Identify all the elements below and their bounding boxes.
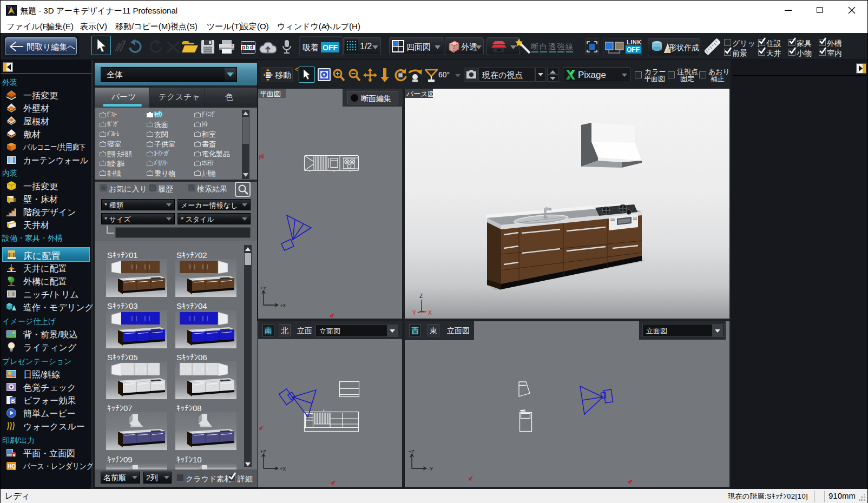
svg-text:+X: +X bbox=[280, 303, 286, 308]
svg-text:+Z: +Z bbox=[260, 449, 266, 454]
svg-text:-Y: -Y bbox=[428, 466, 433, 472]
svg-text:X: X bbox=[428, 310, 432, 316]
svg-text:Z: Z bbox=[419, 293, 423, 299]
svg-text:HQ: HQ bbox=[8, 464, 16, 469]
svg-text:+Z: +Z bbox=[409, 449, 415, 454]
svg-text:d: d bbox=[250, 44, 253, 50]
svg-text:Y: Y bbox=[412, 310, 416, 316]
svg-text:b: b bbox=[246, 44, 249, 50]
svg-text:p: p bbox=[242, 44, 245, 50]
svg-text:+Y: +Y bbox=[260, 286, 266, 291]
svg-text:B: B bbox=[11, 398, 15, 404]
svg-text:+X: +X bbox=[280, 466, 286, 472]
